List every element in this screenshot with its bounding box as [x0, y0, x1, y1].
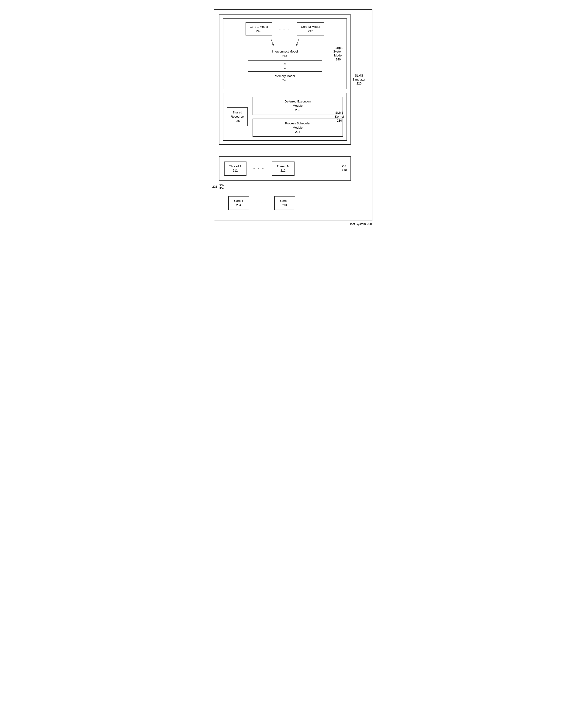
shared-resource-title: SharedResource — [231, 110, 244, 119]
interconnect-number: 244 — [258, 54, 313, 58]
os-box: Thread 1 212 - - - Thread N 212 OS 210 — [219, 156, 351, 181]
host-system-box: Core 1 Model 242 - - - Core M Model 242 — [214, 9, 372, 221]
thread-dots: - - - — [254, 166, 265, 171]
process-scheduler-box: Process SchedulerModule 234 — [252, 119, 343, 137]
gap1 — [219, 152, 367, 156]
hw-cores-row: Core 1 204 - - - Core P 204 — [219, 193, 351, 214]
dashed-line — [219, 187, 367, 187]
core1-hw-box: Core 1 204 — [228, 196, 249, 210]
memory-number: 246 — [258, 78, 313, 82]
target-system-content: Core 1 Model 242 - - - Core M Model 242 — [227, 22, 343, 85]
arrow-left-down — [269, 39, 278, 46]
target-system-model-box: Core 1 Model 242 - - - Core M Model 242 — [223, 19, 347, 89]
thread1-number: 212 — [229, 169, 241, 173]
svg-marker-5 — [284, 63, 286, 65]
slms-simulator-box: Core 1 Model 242 - - - Core M Model 242 — [219, 15, 351, 145]
deferred-number: 232 — [256, 108, 339, 112]
slms-kernel-box: SharedResource 236 Deferred ExecutionMod… — [223, 93, 347, 141]
svg-line-2 — [297, 39, 299, 45]
sw-hw-divider: 202 S/W H/W — [219, 183, 367, 190]
host-system-label: Host System 200 — [349, 222, 372, 226]
slms-simulator-wrapper: Core 1 Model 242 - - - Core M Model 242 — [219, 15, 351, 145]
os-wrapper: Thread 1 212 - - - Thread N 212 OS 210 — [219, 156, 351, 181]
divider-number: 202 — [212, 185, 217, 189]
scheduler-title: Process SchedulerModule — [256, 121, 339, 130]
arrows-to-interconnect — [269, 39, 301, 46]
coreP-hw-box: Core P 204 — [274, 196, 295, 210]
thread1-box: Thread 1 212 — [224, 161, 246, 176]
core-dots: - - - — [279, 26, 290, 32]
svg-marker-3 — [296, 44, 297, 46]
target-system-label: Target System Model 240 — [329, 46, 348, 62]
memory-model-box: Memory Model 246 — [248, 71, 322, 85]
deferred-title: Deferred ExecutionModule — [256, 99, 339, 108]
shared-resource-box: SharedResource 236 — [227, 107, 248, 126]
hw-dots: - - - — [256, 201, 267, 205]
coreP-hw-title: Core P — [279, 199, 290, 203]
scheduler-number: 234 — [256, 130, 339, 134]
threadN-title: Thread N — [277, 164, 289, 169]
svg-marker-1 — [272, 44, 274, 46]
kernel-modules: Deferred ExecutionModule 232 Process Sch… — [252, 97, 343, 137]
interconnect-model-box: Interconnect Model 244 — [248, 47, 322, 61]
svg-line-0 — [271, 39, 273, 45]
shared-resource-number: 236 — [231, 119, 244, 123]
core1-hw-title: Core 1 — [233, 199, 244, 203]
thread1-title: Thread 1 — [229, 164, 241, 169]
slms-simulator-label: SLMS Simulator 220 — [350, 74, 368, 86]
interconnect-title: Interconnect Model — [258, 49, 313, 54]
coreM-model-box: Core M Model 242 — [297, 22, 324, 35]
threadN-box: Thread N 212 — [272, 161, 294, 176]
coreP-hw-number: 204 — [279, 203, 290, 207]
arrow-bidirectional — [280, 62, 290, 70]
hw-label: H/W — [219, 186, 224, 190]
deferred-execution-box: Deferred ExecutionModule 232 — [252, 97, 343, 115]
arrow-right-down — [292, 39, 301, 46]
threadN-number: 212 — [277, 169, 289, 173]
svg-marker-6 — [284, 68, 286, 69]
memory-title: Memory Model — [258, 74, 313, 78]
core1-model-title: Core 1 Model — [250, 25, 268, 29]
core1-hw-number: 204 — [233, 203, 244, 207]
diagram-container: Core 1 Model 242 - - - Core M Model 242 — [207, 9, 379, 221]
slms-kernel-label: SLMS Kernel 230 — [331, 111, 348, 123]
core1-model-box: Core 1 Model 242 — [245, 22, 272, 35]
coreM-model-title: Core M Model — [301, 25, 320, 29]
os-label: OS 210 — [342, 165, 347, 173]
page: Core 1 Model 242 - - - Core M Model 242 — [202, 5, 384, 226]
core1-model-number: 242 — [250, 29, 268, 33]
hw-cores-wrapper: Core 1 204 - - - Core P 204 — [219, 193, 351, 214]
core-models-row: Core 1 Model 242 - - - Core M Model 242 — [245, 22, 324, 35]
coreM-model-number: 242 — [301, 29, 320, 33]
